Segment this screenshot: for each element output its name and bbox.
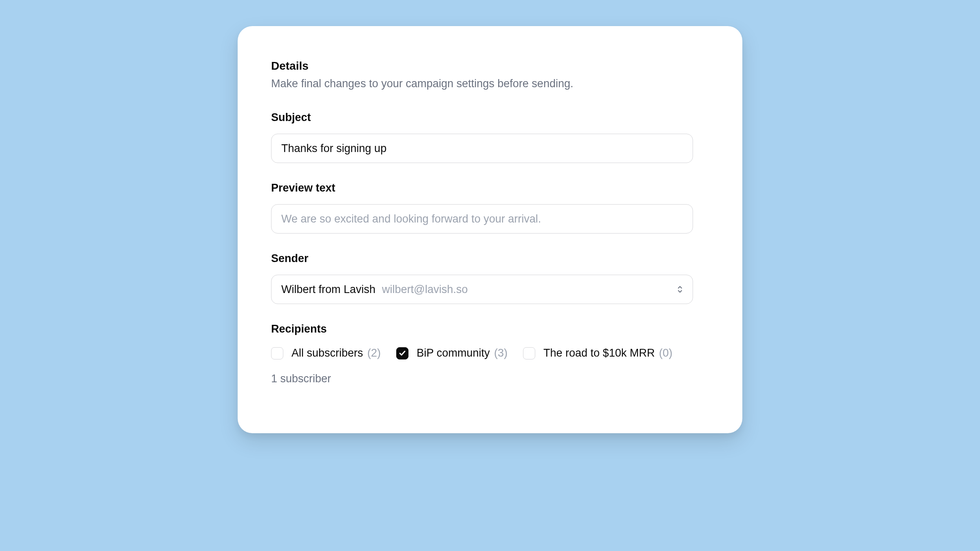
recipient-label: BiP community: [417, 347, 490, 359]
preview-text-input[interactable]: [271, 204, 693, 234]
preview-text-label: Preview text: [271, 182, 709, 194]
recipient-count: (2): [367, 347, 381, 359]
sender-label: Sender: [271, 252, 709, 265]
details-subtitle: Make final changes to your campaign sett…: [271, 77, 709, 90]
recipient-road-to-10k-mrr[interactable]: The road to $10k MRR (0): [523, 347, 673, 359]
sender-email: wilbert@lavish.so: [382, 283, 468, 296]
checkbox-unchecked-icon: [523, 347, 535, 359]
details-card: Details Make final changes to your campa…: [238, 26, 742, 433]
subscriber-count: 1 subscriber: [271, 372, 709, 385]
recipient-bip-community[interactable]: BiP community (3): [396, 347, 508, 359]
subject-label: Subject: [271, 111, 709, 124]
sender-select[interactable]: Wilbert from Lavish wilbert@lavish.so: [271, 275, 693, 304]
checkbox-unchecked-icon: [271, 347, 283, 359]
recipient-all-subscribers[interactable]: All subscribers (2): [271, 347, 381, 359]
subject-input[interactable]: [271, 134, 693, 163]
recipient-count: (3): [494, 347, 508, 359]
details-title: Details: [271, 60, 709, 73]
recipient-label: All subscribers: [291, 347, 363, 359]
sender-select-wrap: Wilbert from Lavish wilbert@lavish.so: [271, 275, 693, 304]
recipients-label: Recipients: [271, 323, 709, 335]
chevron-up-down-icon: [676, 284, 684, 294]
recipient-label: The road to $10k MRR: [543, 347, 655, 359]
checkbox-checked-icon: [396, 347, 408, 359]
recipients-list: All subscribers (2) BiP community (3) Th…: [271, 347, 709, 359]
recipient-count: (0): [659, 347, 673, 359]
sender-name: Wilbert from Lavish: [281, 283, 375, 296]
